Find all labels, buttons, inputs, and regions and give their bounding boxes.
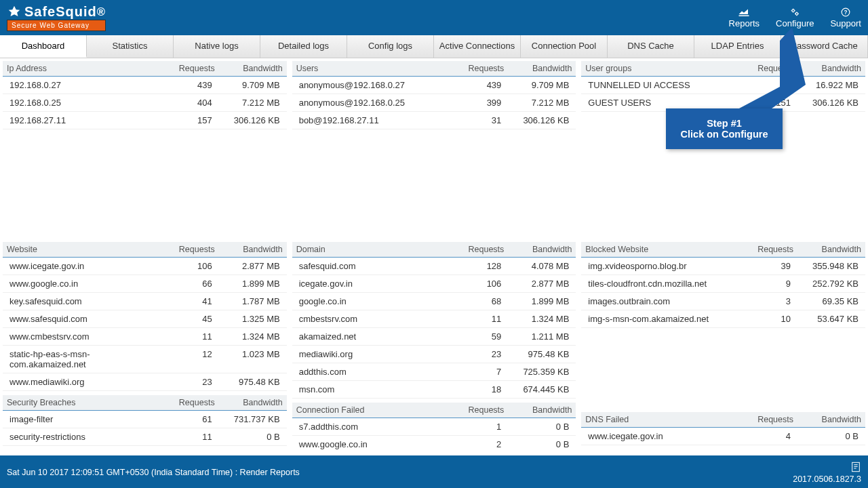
svg-marker-4 [739,27,806,108]
row-name: tiles-cloudfront.cdn.mozilla.net [588,279,736,289]
table-row[interactable]: img-s-msn-com.akamaized.net1053.647 KB [581,310,865,328]
row-requests: 439 [158,80,212,90]
support-label: Support [830,18,861,28]
row-requests: 128 [447,261,501,271]
row-bandwidth: 53.647 KB [791,314,859,324]
col-bandwidth: Bandwidth [793,415,861,424]
row-name: anonymous@192.168.0.27 [299,80,448,90]
row-name: addthis.com [299,367,448,377]
row-bandwidth: 731.737 KB [212,414,280,424]
row-requests: 23 [447,349,501,359]
row-name: icegate.gov.in [299,279,448,289]
row-bandwidth: 1.899 MB [501,296,569,306]
footer-version: 2017.0506.1827.3 [793,474,861,484]
table-row[interactable]: www.google.co.in661.899 MB [3,275,287,293]
table-row[interactable]: static-hp-eas-s-msn-com.akamaized.net121… [3,346,287,373]
row-bandwidth: 0 B [791,431,859,441]
callout-arrow [739,27,807,115]
panel-user-groups: User groupsRequestsBandwidth TUNNELLED U… [581,61,865,238]
row-bandwidth: 1.023 MB [212,349,280,369]
table-row[interactable]: google.co.in681.899 MB [292,293,576,310]
table-row[interactable]: www.icegate.gov.in40 B [581,428,865,445]
col-requests: Requests [161,64,215,73]
col-bandwidth: Bandwidth [215,398,283,407]
row-requests: 23 [158,377,212,387]
panel-security-breaches: Security BreachesRequestsBandwidth image… [3,395,287,446]
table-row[interactable]: TUNNELLED UI ACCESS3816.922 MB [581,77,865,94]
table-row[interactable]: s7.addthis.com10 B [292,418,576,436]
tab-detailed-logs[interactable]: Detailed logs [260,35,347,58]
table-row[interactable]: icegate.gov.in1062.877 MB [292,275,576,293]
row-requests: 106 [158,261,212,271]
table-row[interactable]: tiles-cloudfront.cdn.mozilla.net9252.792… [581,275,865,293]
tab-statistics[interactable]: Statistics [87,35,174,58]
row-requests: 399 [447,98,501,108]
tab-dns-cache[interactable]: DNS Cache [608,35,694,58]
col-requests: Requests [739,415,793,424]
configure-button[interactable]: Configure [776,7,814,28]
table-row[interactable]: www.google.co.in20 B [292,436,576,450]
table-row[interactable]: www.icegate.gov.in1062.877 MB [3,258,287,275]
table-row[interactable]: safesquid.com1284.078 MB [292,258,576,275]
table-row[interactable]: www.mediawiki.org23975.48 KB [3,373,287,391]
support-button[interactable]: ? Support [830,7,861,28]
table-row[interactable]: www.cmbestsrv.com111.324 MB [3,328,287,346]
row-bandwidth: 725.359 KB [501,367,569,377]
document-icon[interactable] [850,461,861,473]
col-bandwidth: Bandwidth [504,405,572,415]
tab-config-logs[interactable]: Config logs [347,35,434,58]
tab-active-connections[interactable]: Active Connections [434,35,521,58]
row-name: google.co.in [299,296,448,306]
table-row[interactable]: anonymous@192.168.0.274399.709 MB [292,77,576,94]
panel-dns-failed: DNS FailedRequestsBandwidth www.icegate.… [581,412,865,445]
table-row[interactable]: mediawiki.org23975.48 KB [292,346,576,363]
table-row[interactable]: addthis.com7725.359 KB [292,363,576,381]
row-requests: 7 [447,367,501,377]
table-row[interactable]: www.safesquid.com451.325 MB [3,310,287,328]
table-row[interactable]: anonymous@192.168.0.253997.212 MB [292,94,576,112]
row-requests: 9 [736,279,791,289]
row-bandwidth: 1.325 MB [212,314,280,324]
row-name: www.google.co.in [299,439,448,449]
col-requests: Requests [161,398,215,407]
tab-connection-pool[interactable]: Connection Pool [521,35,608,58]
table-row[interactable]: security-restrictions110 B [3,428,287,446]
row-bandwidth: 9.709 MB [212,80,280,90]
table-row[interactable]: images.outbrain.com369.35 KB [581,293,865,310]
row-requests: 404 [158,98,212,108]
table-row[interactable]: cmbestsrv.com111.324 MB [292,310,576,328]
row-name: key.safesquid.com [9,296,158,306]
table-row[interactable]: msn.com18674.445 KB [292,381,576,399]
row-name: msn.com [299,384,448,394]
table-row[interactable]: img.xvideosporno.blog.br39355.948 KB [581,258,865,275]
table-row[interactable]: 192.168.0.254047.212 MB [3,94,287,112]
tab-native-logs[interactable]: Native logs [174,35,260,58]
row-bandwidth: 1.899 MB [212,279,280,289]
row-requests: 3 [736,296,791,306]
table-row[interactable]: bob@192.168.27.1131306.126 KB [292,112,576,129]
tab-label: Active Connections [439,41,515,51]
row-bandwidth: 7.212 MB [212,98,280,108]
svg-point-0 [792,9,795,11]
table-row[interactable]: image-filter61731.737 KB [3,411,287,428]
help-icon: ? [840,7,851,17]
row-name: img-s-msn-com.akamaized.net [588,314,736,324]
tab-label: Native logs [195,41,238,51]
row-requests: 106 [447,279,501,289]
table-row[interactable]: 192.168.0.274399.709 MB [3,77,287,94]
row-name: GUEST USERS [588,98,736,108]
table-row[interactable]: 192.168.27.11157306.126 KB [3,112,287,129]
row-requests: 61 [158,414,212,424]
row-name: www.safesquid.com [9,314,158,324]
table-row[interactable]: akamaized.net591.211 MB [292,328,576,346]
row-name: anonymous@192.168.0.25 [299,98,448,108]
tab-label: Config logs [368,41,412,51]
panel-users: UsersRequestsBandwidth anonymous@192.168… [292,61,576,238]
table-row[interactable]: key.safesquid.com411.787 MB [3,293,287,310]
row-name: akamaized.net [299,331,448,342]
row-requests: 2 [447,439,501,449]
tab-dashboard[interactable]: Dashboard [0,35,87,58]
row-requests: 41 [158,296,212,306]
reports-button[interactable]: Reports [729,7,760,28]
panel-blocked-website: Blocked WebsiteRequestsBandwidth img.xvi… [581,242,865,408]
